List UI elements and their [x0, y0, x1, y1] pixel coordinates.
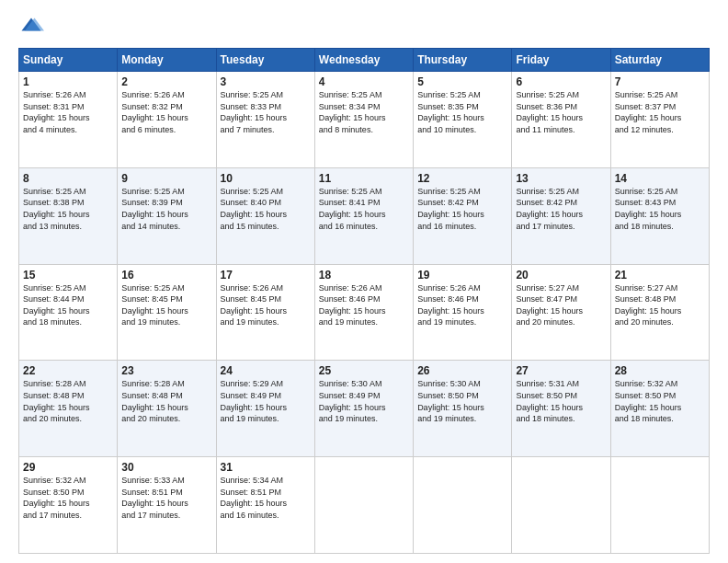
calendar-header-row: SundayMondayTuesdayWednesdayThursdayFrid…: [19, 49, 710, 72]
calendar-cell: 23 Sunrise: 5:28 AM Sunset: 8:48 PM Dayl…: [118, 361, 216, 457]
day-info: Sunrise: 5:25 AM Sunset: 8:37 PM Dayligh…: [615, 89, 705, 135]
day-number: 18: [319, 269, 409, 282]
calendar-cell: [610, 457, 709, 554]
logo-icon: [18, 15, 44, 40]
calendar-cell: 27 Sunrise: 5:31 AM Sunset: 8:50 PM Dayl…: [512, 361, 610, 457]
day-info: Sunrise: 5:32 AM Sunset: 8:50 PM Dayligh…: [23, 475, 113, 521]
calendar-header-monday: Monday: [118, 49, 216, 72]
day-number: 5: [417, 75, 507, 88]
day-info: Sunrise: 5:25 AM Sunset: 8:41 PM Dayligh…: [319, 186, 409, 232]
calendar-cell: 11 Sunrise: 5:25 AM Sunset: 8:41 PM Dayl…: [314, 167, 413, 264]
day-number: 12: [417, 172, 507, 185]
calendar-cell: 9 Sunrise: 5:25 AM Sunset: 8:39 PM Dayli…: [118, 167, 216, 264]
day-info: Sunrise: 5:25 AM Sunset: 8:40 PM Dayligh…: [221, 186, 311, 232]
day-info: Sunrise: 5:26 AM Sunset: 8:46 PM Dayligh…: [319, 282, 409, 328]
day-number: 6: [516, 75, 606, 88]
day-info: Sunrise: 5:25 AM Sunset: 8:38 PM Dayligh…: [23, 186, 113, 232]
calendar-cell: 12 Sunrise: 5:25 AM Sunset: 8:42 PM Dayl…: [414, 167, 512, 264]
day-number: 20: [516, 269, 606, 282]
day-number: 30: [121, 461, 211, 474]
day-number: 17: [221, 269, 311, 282]
day-number: 14: [615, 172, 705, 185]
calendar-cell: 8 Sunrise: 5:25 AM Sunset: 8:38 PM Dayli…: [19, 167, 118, 264]
day-info: Sunrise: 5:28 AM Sunset: 8:48 PM Dayligh…: [23, 378, 113, 424]
calendar-cell: 29 Sunrise: 5:32 AM Sunset: 8:50 PM Dayl…: [19, 457, 118, 554]
day-info: Sunrise: 5:25 AM Sunset: 8:45 PM Dayligh…: [121, 282, 211, 328]
calendar-cell: 1 Sunrise: 5:26 AM Sunset: 8:31 PM Dayli…: [19, 72, 118, 168]
day-number: 3: [221, 75, 311, 88]
day-number: 28: [615, 364, 705, 377]
calendar-header-sunday: Sunday: [19, 49, 118, 72]
day-number: 22: [23, 364, 113, 377]
calendar-week-row: 15 Sunrise: 5:25 AM Sunset: 8:44 PM Dayl…: [19, 264, 710, 361]
calendar-cell: [314, 457, 413, 554]
calendar-week-row: 22 Sunrise: 5:28 AM Sunset: 8:48 PM Dayl…: [19, 361, 710, 457]
day-info: Sunrise: 5:34 AM Sunset: 8:51 PM Dayligh…: [221, 475, 311, 521]
day-number: 26: [417, 364, 507, 377]
calendar-cell: 7 Sunrise: 5:25 AM Sunset: 8:37 PM Dayli…: [610, 72, 709, 168]
calendar-header-friday: Friday: [512, 49, 610, 72]
day-info: Sunrise: 5:26 AM Sunset: 8:46 PM Dayligh…: [417, 282, 507, 328]
calendar-cell: 30 Sunrise: 5:33 AM Sunset: 8:51 PM Dayl…: [118, 457, 216, 554]
day-number: 27: [516, 364, 606, 377]
calendar-cell: 17 Sunrise: 5:26 AM Sunset: 8:45 PM Dayl…: [216, 264, 314, 361]
calendar-cell: 4 Sunrise: 5:25 AM Sunset: 8:34 PM Dayli…: [314, 72, 413, 168]
day-info: Sunrise: 5:25 AM Sunset: 8:35 PM Dayligh…: [417, 89, 507, 135]
day-number: 10: [221, 172, 311, 185]
day-info: Sunrise: 5:25 AM Sunset: 8:33 PM Dayligh…: [221, 89, 311, 135]
calendar-cell: 16 Sunrise: 5:25 AM Sunset: 8:45 PM Dayl…: [118, 264, 216, 361]
calendar-week-row: 8 Sunrise: 5:25 AM Sunset: 8:38 PM Dayli…: [19, 167, 710, 264]
calendar-cell: 20 Sunrise: 5:27 AM Sunset: 8:47 PM Dayl…: [512, 264, 610, 361]
calendar-cell: 14 Sunrise: 5:25 AM Sunset: 8:43 PM Dayl…: [610, 167, 709, 264]
calendar-cell: 25 Sunrise: 5:30 AM Sunset: 8:49 PM Dayl…: [314, 361, 413, 457]
calendar-cell: 18 Sunrise: 5:26 AM Sunset: 8:46 PM Dayl…: [314, 264, 413, 361]
calendar-cell: 5 Sunrise: 5:25 AM Sunset: 8:35 PM Dayli…: [414, 72, 512, 168]
day-info: Sunrise: 5:27 AM Sunset: 8:48 PM Dayligh…: [615, 282, 705, 328]
calendar-header-saturday: Saturday: [610, 49, 709, 72]
calendar-cell: 26 Sunrise: 5:30 AM Sunset: 8:50 PM Dayl…: [414, 361, 512, 457]
calendar-cell: 10 Sunrise: 5:25 AM Sunset: 8:40 PM Dayl…: [216, 167, 314, 264]
page: SundayMondayTuesdayWednesdayThursdayFrid…: [0, 0, 728, 563]
calendar-header-thursday: Thursday: [414, 49, 512, 72]
day-info: Sunrise: 5:25 AM Sunset: 8:39 PM Dayligh…: [121, 186, 211, 232]
day-number: 29: [23, 461, 113, 474]
calendar-cell: 19 Sunrise: 5:26 AM Sunset: 8:46 PM Dayl…: [414, 264, 512, 361]
day-number: 15: [23, 269, 113, 282]
day-info: Sunrise: 5:27 AM Sunset: 8:47 PM Dayligh…: [516, 282, 606, 328]
day-number: 31: [221, 461, 311, 474]
calendar-cell: 21 Sunrise: 5:27 AM Sunset: 8:48 PM Dayl…: [610, 264, 709, 361]
day-number: 23: [121, 364, 211, 377]
day-info: Sunrise: 5:30 AM Sunset: 8:50 PM Dayligh…: [417, 378, 507, 424]
calendar-week-row: 29 Sunrise: 5:32 AM Sunset: 8:50 PM Dayl…: [19, 457, 710, 554]
day-number: 4: [319, 75, 409, 88]
day-number: 13: [516, 172, 606, 185]
day-info: Sunrise: 5:30 AM Sunset: 8:49 PM Dayligh…: [319, 378, 409, 424]
calendar-cell: 13 Sunrise: 5:25 AM Sunset: 8:42 PM Dayl…: [512, 167, 610, 264]
day-number: 16: [121, 269, 211, 282]
calendar-cell: [512, 457, 610, 554]
day-number: 7: [615, 75, 705, 88]
day-info: Sunrise: 5:25 AM Sunset: 8:36 PM Dayligh…: [516, 89, 606, 135]
day-info: Sunrise: 5:26 AM Sunset: 8:32 PM Dayligh…: [121, 89, 211, 135]
day-number: 21: [615, 269, 705, 282]
calendar-header-tuesday: Tuesday: [216, 49, 314, 72]
day-number: 24: [221, 364, 311, 377]
calendar-cell: 2 Sunrise: 5:26 AM Sunset: 8:32 PM Dayli…: [118, 72, 216, 168]
calendar-cell: 22 Sunrise: 5:28 AM Sunset: 8:48 PM Dayl…: [19, 361, 118, 457]
day-number: 19: [417, 269, 507, 282]
calendar-cell: 15 Sunrise: 5:25 AM Sunset: 8:44 PM Dayl…: [19, 264, 118, 361]
calendar-cell: 31 Sunrise: 5:34 AM Sunset: 8:51 PM Dayl…: [216, 457, 314, 554]
calendar-cell: 3 Sunrise: 5:25 AM Sunset: 8:33 PM Dayli…: [216, 72, 314, 168]
day-info: Sunrise: 5:25 AM Sunset: 8:42 PM Dayligh…: [516, 186, 606, 232]
calendar-cell: 6 Sunrise: 5:25 AM Sunset: 8:36 PM Dayli…: [512, 72, 610, 168]
day-number: 1: [23, 75, 113, 88]
day-number: 25: [319, 364, 409, 377]
calendar-cell: [414, 457, 512, 554]
day-info: Sunrise: 5:33 AM Sunset: 8:51 PM Dayligh…: [121, 475, 211, 521]
day-info: Sunrise: 5:25 AM Sunset: 8:42 PM Dayligh…: [417, 186, 507, 232]
day-info: Sunrise: 5:32 AM Sunset: 8:50 PM Dayligh…: [615, 378, 705, 424]
logo: [18, 15, 48, 40]
day-number: 2: [121, 75, 211, 88]
day-info: Sunrise: 5:28 AM Sunset: 8:48 PM Dayligh…: [121, 378, 211, 424]
calendar-week-row: 1 Sunrise: 5:26 AM Sunset: 8:31 PM Dayli…: [19, 72, 710, 168]
